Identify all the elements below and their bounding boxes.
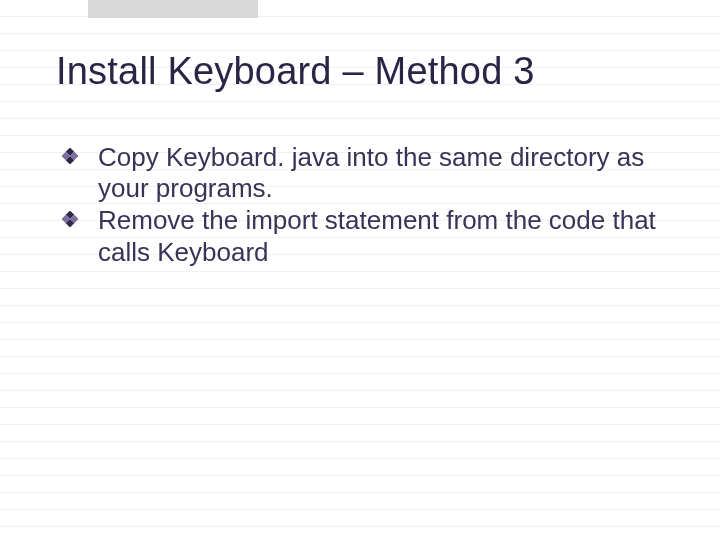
bullet-list: Copy Keyboard. java into the same direct… (56, 142, 664, 269)
list-item-text: Copy Keyboard. java into the same direct… (98, 142, 644, 204)
slide-title: Install Keyboard – Method 3 (56, 50, 664, 94)
diamond-bullet-icon (62, 148, 78, 164)
slide: Install Keyboard – Method 3 Copy Keyboar… (0, 0, 720, 269)
list-item-text: Remove the import statement from the cod… (98, 205, 656, 267)
list-item: Remove the import statement from the cod… (80, 205, 664, 268)
diamond-bullet-icon (62, 211, 78, 227)
list-item: Copy Keyboard. java into the same direct… (80, 142, 664, 205)
